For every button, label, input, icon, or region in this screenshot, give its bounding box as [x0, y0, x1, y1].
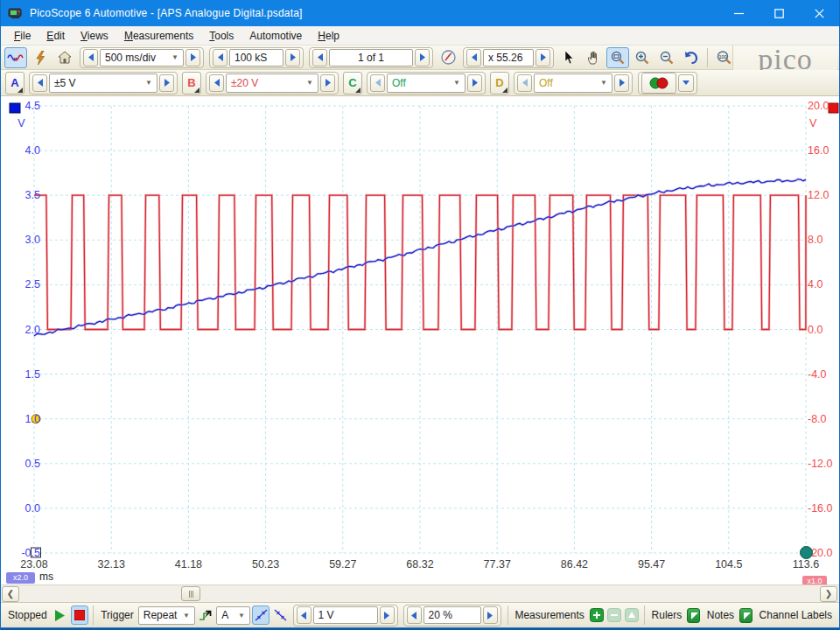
x-axis-tick: 59.27 [317, 558, 369, 570]
channel-a-range-next[interactable] [159, 74, 174, 92]
zoom-factor-group: x 55.26 [463, 47, 554, 68]
stop-button[interactable] [71, 606, 88, 625]
waveform-view[interactable]: 4.54.03.53.02.52.01.51.00.50.0-0.5 20.01… [1, 96, 839, 584]
channel-d-range-prev[interactable] [517, 74, 532, 92]
waveform-view-button[interactable] [4, 47, 27, 68]
channel-b-range-prev[interactable] [209, 74, 224, 92]
pretrigger-group: 20 % [403, 605, 501, 626]
menu-edit[interactable]: Edit [38, 28, 73, 44]
trigger-level-input[interactable]: 1 V [313, 606, 378, 624]
zoom-out-tool[interactable] [655, 47, 678, 68]
scroll-left-button[interactable]: ❮ [2, 586, 19, 602]
rising-edge-button[interactable] [252, 606, 270, 625]
trigger-level-down[interactable] [297, 606, 312, 624]
run-button[interactable] [52, 606, 69, 625]
undo-zoom-button[interactable] [680, 47, 703, 68]
app-icon [8, 7, 24, 19]
trigger-source-select[interactable]: A▼ [216, 606, 250, 625]
maximize-button[interactable] [759, 0, 799, 26]
menu-file[interactable]: File [6, 28, 38, 44]
channel-d-button[interactable]: D [490, 72, 509, 94]
trigger-marker-button[interactable] [197, 606, 214, 625]
samples-input[interactable]: 100 kS [229, 49, 284, 66]
pretrigger-down[interactable] [407, 606, 422, 624]
segment-dial-button[interactable] [437, 47, 459, 68]
pretrigger-input[interactable]: 20 % [424, 606, 481, 624]
zoom-factor-input[interactable]: x 55.26 [483, 49, 534, 66]
scroll-right-button[interactable]: ❯ [820, 586, 837, 602]
channel-d-range-select[interactable]: Off▼ [534, 74, 612, 93]
pretrigger-up[interactable] [483, 606, 498, 624]
channel-toolbar: A ±5 V▼ B ±20 V▼ C Off▼ D [1, 70, 839, 96]
scrollbar-thumb[interactable] [181, 586, 200, 601]
channel-c-range-next[interactable] [467, 74, 482, 92]
chevron-down-icon: ▼ [145, 79, 152, 87]
trigger-mode-select[interactable]: Repeat▼ [138, 606, 195, 625]
b-axis-marker[interactable] [800, 546, 813, 559]
probes-dropdown-button[interactable] [678, 74, 694, 92]
left-axis-tick: 0.5 [3, 458, 40, 471]
chevron-down-icon: ▼ [172, 53, 178, 61]
picoscope-window: PicoScope 6 Automotive - [APS Analogue D… [0, 0, 840, 630]
channel-b-range-next[interactable] [320, 74, 335, 92]
channel-c-range-select[interactable]: Off▼ [387, 74, 466, 93]
menu-tools[interactable]: Tools [201, 28, 242, 44]
waveform-plot[interactable] [1, 96, 839, 584]
normal-select-tool[interactable] [557, 47, 580, 68]
channel-c-button[interactable]: C [343, 72, 362, 94]
timebase-select[interactable]: 500 ms/div▼ [100, 49, 184, 66]
status-bar: Stopped Trigger Repeat▼ A▼ [1, 602, 839, 627]
hand-pan-tool[interactable] [582, 47, 605, 68]
channel-b-range-select[interactable]: ±20 V▼ [226, 74, 318, 93]
right-axis-tick: 4.0 [808, 278, 839, 291]
channel-labels-label: Channel Labels [760, 609, 832, 621]
right-axis-tick: -8.0 [808, 413, 839, 426]
trigger-level-up[interactable] [380, 606, 395, 624]
samples-next-button[interactable] [285, 49, 300, 66]
channel-b-button[interactable]: B [182, 72, 201, 94]
edit-measurement-button[interactable] [624, 606, 640, 625]
channel-leds-button[interactable] [641, 73, 676, 94]
timebase-group: 500 ms/div▼ [80, 47, 204, 68]
x-axis-tick: 68.32 [394, 558, 446, 570]
channel-a-button[interactable]: A [5, 72, 24, 94]
zoom-window-tool[interactable] [606, 47, 629, 68]
notes-toggle-icon[interactable] [739, 608, 752, 623]
left-axis-tick: 3.0 [3, 234, 40, 247]
x-axis-tick: 77.37 [471, 558, 523, 570]
add-measurement-button[interactable] [589, 606, 605, 625]
a-axis-scale-badge[interactable]: x2.0 [6, 572, 35, 584]
menu-automotive[interactable]: Automotive [242, 28, 310, 44]
channel-a-range-value: ±5 V [54, 77, 76, 89]
horizontal-scrollbar[interactable]: ❮ ❯ [1, 584, 839, 602]
segment-prev-button[interactable] [312, 49, 327, 66]
zoom-in-tool[interactable] [631, 47, 654, 68]
left-axis-tick: 2.5 [3, 278, 40, 291]
timebase-prev-button[interactable] [83, 49, 98, 66]
menu-help[interactable]: Help [310, 28, 347, 44]
right-axis-tick: 0.0 [808, 324, 839, 337]
pico-logo-text: pico [758, 48, 813, 71]
auto-setup-button[interactable] [29, 47, 52, 68]
timebase-next-button[interactable] [186, 49, 200, 66]
zoom-factor-next-button[interactable] [536, 49, 550, 66]
segment-input[interactable]: 1 of 1 [329, 49, 413, 66]
minimize-button[interactable] [718, 0, 759, 26]
menu-views[interactable]: Views [73, 28, 116, 44]
channel-a-range-prev[interactable] [32, 74, 47, 92]
remove-measurement-button[interactable] [606, 606, 622, 625]
zoom-factor-prev-button[interactable] [466, 49, 481, 66]
channel-a-range-select[interactable]: ±5 V▼ [49, 74, 158, 93]
x-axis-tick: 41.18 [162, 558, 214, 570]
home-button[interactable] [53, 47, 76, 68]
b-axis-scale-badge[interactable]: x1.0 [802, 576, 827, 584]
segment-next-button[interactable] [415, 49, 430, 66]
channel-d-range-next[interactable] [614, 74, 629, 92]
left-axis-unit: V [3, 117, 40, 130]
menu-measurements[interactable]: Measurements [116, 28, 201, 44]
samples-prev-button[interactable] [213, 49, 228, 66]
channel-c-range-prev[interactable] [370, 74, 385, 92]
falling-edge-button[interactable] [271, 606, 289, 625]
close-button[interactable] [799, 0, 839, 26]
rulers-toggle-icon[interactable] [687, 608, 699, 623]
